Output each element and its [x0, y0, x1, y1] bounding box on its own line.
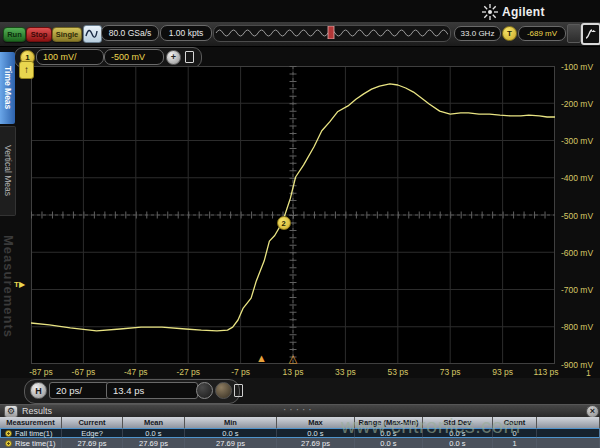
time-tick-label: 13 ps [283, 367, 304, 377]
brand-logo-text: Agilent [502, 5, 545, 19]
zoom-toggle-icon[interactable] [196, 382, 213, 399]
measurement-value-cell [537, 438, 600, 448]
waveform-plot[interactable] [31, 66, 555, 364]
single-button[interactable]: Single [52, 27, 82, 42]
results-column-header[interactable]: Current [62, 417, 123, 428]
agilent-starburst-icon [481, 3, 499, 21]
measurement-name-cell: Fall time(1) [0, 428, 62, 438]
measurement-value-cell: 0.0 s [185, 428, 277, 438]
waveform-point-marker[interactable]: 2 [277, 216, 291, 230]
measurement-name-cell: Rise time(1) [0, 438, 62, 448]
results-drag-handle[interactable]: ····· [283, 404, 315, 415]
time-tick-label: 93 ps [492, 367, 513, 377]
display-settings-button[interactable] [83, 25, 102, 43]
trigger-badge[interactable]: T [502, 26, 517, 41]
oscilloscope-app: Agilent Run Stop Single 80.0 GSa/s 1.00 … [0, 0, 600, 448]
measurement-value-cell: 27.69 ps [123, 438, 185, 448]
results-column-header[interactable]: Mean [123, 417, 185, 428]
voltage-axis-labels: -100 mV-200 mV-300 mV-400 mV-500 mV-600 … [560, 66, 600, 366]
memory-depth-field[interactable]: 1.00 kpts [160, 25, 212, 41]
edge-marker-hollow-icon[interactable]: △ [289, 353, 297, 364]
trigger-edge-icon [585, 28, 597, 40]
time-tick-label: -7 ps [231, 367, 250, 377]
measurement-value-cell: Edge? [62, 428, 123, 438]
voltage-tick-label: -500 mV [561, 211, 593, 221]
results-column-header[interactable] [537, 417, 600, 428]
time-tick-label: 33 ps [335, 367, 356, 377]
measurement-value-cell: 0.0 s [123, 428, 185, 438]
channel-scale-field[interactable]: 100 mV/ [36, 49, 104, 65]
measurement-value-cell: 1 [493, 438, 537, 448]
results-column-header[interactable]: Measurement [0, 417, 62, 428]
time-tick-label: 73 ps [440, 367, 461, 377]
timebase-position-field[interactable]: 13.4 ps [106, 382, 198, 399]
time-tick-label: -67 ps [72, 367, 96, 377]
results-column-header[interactable]: Min [185, 417, 277, 428]
measurement-source-icon [5, 430, 12, 437]
measurement-value-cell: 27.69 ps [62, 438, 123, 448]
time-tick-label: -47 ps [124, 367, 148, 377]
voltage-tick-label: -400 mV [561, 173, 593, 183]
results-title: Results [22, 406, 52, 416]
voltage-tick-label: -300 mV [561, 136, 593, 146]
measurement-value-cell: 0.0 s [423, 438, 493, 448]
voltage-tick-label: -700 mV [561, 285, 593, 295]
channel-offset-field[interactable]: -500 mV [104, 49, 164, 65]
voltage-tick-label: -200 mV [561, 99, 593, 109]
voltage-tick-label: -100 mV [561, 62, 593, 72]
stop-button[interactable]: Stop [26, 27, 52, 42]
measurement-value-cell: 0.0 s [355, 438, 423, 448]
run-button[interactable]: Run [3, 27, 26, 42]
voltage-tick-label: -600 mV [561, 248, 593, 258]
sidebar-tab-vertical-meas[interactable]: Vertical Meas [0, 126, 16, 216]
measurement-value-cell: 27.69 ps [185, 438, 277, 448]
results-row-rise-time[interactable]: Rise time(1)27.69 ps27.69 ps27.69 ps27.6… [0, 438, 600, 448]
panel-layout-icon[interactable] [234, 384, 243, 397]
intensity-knob-icon[interactable] [215, 382, 232, 399]
time-axis-labels: -87 ps-67 ps-47 ps-27 ps-7 ps13 ps33 ps5… [0, 367, 600, 378]
sidebar-tab-time-meas[interactable]: Time Meas [0, 52, 15, 124]
timebase-scale-field[interactable]: 20 ps/ [49, 382, 109, 399]
waveform-graticule [31, 66, 555, 364]
trigger-mode-button[interactable] [567, 24, 581, 43]
edge-marker-filled-icon[interactable]: ▲ [256, 353, 267, 364]
acquisition-position-strip[interactable] [213, 25, 451, 42]
measurement-value-cell [537, 428, 600, 438]
trigger-level-field[interactable]: -689 mV [518, 26, 566, 41]
trigger-level-marker[interactable]: T▶ [14, 280, 25, 289]
sample-rate-field[interactable]: 80.0 GSa/s [101, 25, 159, 41]
add-channel-button[interactable]: + [166, 50, 181, 65]
time-tick-label: 113 ps [534, 367, 559, 377]
bandwidth-field[interactable]: 33.0 GHz [454, 26, 501, 41]
trigger-edge-button[interactable] [581, 23, 600, 45]
horizontal-badge[interactable]: H [30, 382, 47, 399]
probe-config-icon[interactable] [185, 51, 194, 63]
time-tick-label: 53 ps [387, 367, 408, 377]
corner-channel-label: 1 [586, 368, 591, 378]
acquisition-waveform-icon [214, 26, 448, 39]
voltage-tick-label: -800 mV [561, 322, 593, 332]
waveform-display-icon [84, 26, 99, 40]
time-tick-label: -27 ps [176, 367, 200, 377]
ground-reference-marker[interactable]: ↑ [19, 61, 34, 79]
time-tick-label: -87 ps [29, 367, 53, 377]
site-watermark: www.cntronics.com [341, 415, 521, 438]
measurement-source-icon [5, 440, 12, 447]
measurement-value-cell: 27.69 ps [277, 438, 355, 448]
